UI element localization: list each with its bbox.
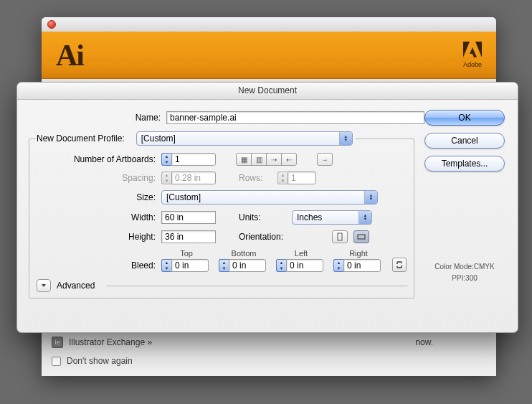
chevron-updown-icon: ▲▼	[339, 132, 352, 145]
height-input[interactable]	[161, 230, 216, 243]
orientation-label: Orientation:	[239, 232, 298, 242]
size-select[interactable]: [Custom] ▲▼	[161, 190, 378, 205]
arrange-direction-button[interactable]: →	[317, 153, 333, 166]
dialog-title: New Document	[17, 83, 518, 100]
row-ltr-icon[interactable]: ⇢	[266, 153, 282, 166]
bleed-right-stepper[interactable]: ▲▼	[333, 259, 384, 272]
bleed-top-stepper[interactable]: ▲▼	[161, 259, 212, 272]
row-rtl-icon[interactable]: ⇠	[281, 153, 297, 166]
welcome-footer: Ie Illustrator Exchange » now. Don't sho…	[42, 329, 496, 376]
app-logo: Ai	[56, 38, 83, 72]
chevron-updown-icon: ▲▼	[358, 211, 371, 224]
name-input[interactable]	[166, 111, 424, 124]
units-select[interactable]: Inches ▲▼	[292, 210, 372, 225]
svg-rect-1	[358, 235, 365, 239]
now-text: now.	[415, 337, 433, 347]
adobe-logo: Adobe	[463, 42, 482, 69]
titlebar	[42, 17, 496, 32]
bleed-bottom-stepper[interactable]: ▲▼	[219, 259, 269, 272]
divider	[106, 286, 407, 286]
orientation-portrait-button[interactable]	[332, 230, 348, 243]
bleed-left-header: Left	[276, 249, 326, 258]
artboards-label: Number of Artboards:	[37, 154, 157, 164]
advanced-disclosure[interactable]	[37, 279, 51, 292]
close-window-button[interactable]	[47, 20, 56, 29]
chevron-updown-icon: ▲▼	[364, 191, 377, 204]
templates-button[interactable]: Templates...	[424, 156, 505, 172]
orientation-landscape-button[interactable]	[353, 230, 369, 243]
app-banner: Ai Adobe	[42, 32, 496, 79]
exchange-icon: Ie	[52, 337, 63, 348]
bleed-left-stepper[interactable]: ▲▼	[276, 259, 326, 272]
units-label: Units:	[239, 212, 288, 222]
name-label: Name:	[30, 113, 162, 123]
cancel-button[interactable]: Cancel	[424, 133, 505, 149]
bleed-label: Bleed:	[37, 260, 157, 272]
new-document-dialog: New Document Name: New Document Profile:…	[16, 82, 518, 333]
profile-select[interactable]: [Custom] ▲▼	[136, 131, 353, 146]
spacing-stepper: ▲▼	[161, 172, 216, 184]
bleed-right-header: Right	[333, 249, 384, 258]
width-label: Width:	[37, 212, 157, 222]
link-bleed-button[interactable]	[392, 258, 407, 272]
bleed-top-header: Top	[161, 249, 212, 258]
artboard-layout-group[interactable]: ▦ ▥ ⇢ ⇠	[236, 153, 297, 166]
artboards-stepper[interactable]: ▲▼	[161, 153, 216, 166]
ok-button[interactable]: OK	[424, 110, 505, 126]
grid-by-col-icon[interactable]: ▥	[251, 153, 267, 166]
width-input[interactable]	[161, 211, 216, 224]
size-label: Size:	[37, 192, 157, 202]
grid-by-row-icon[interactable]: ▦	[236, 153, 252, 166]
dont-show-label: Don't show again	[67, 356, 133, 366]
illustrator-exchange-link[interactable]: Illustrator Exchange »	[69, 337, 152, 347]
rows-label: Rows:	[239, 173, 273, 183]
height-label: Height:	[37, 232, 157, 242]
bleed-bottom-header: Bottom	[219, 249, 269, 258]
spacing-label: Spacing:	[37, 173, 157, 183]
profile-fieldset: New Document Profile: [Custom] ▲▼ Number…	[29, 131, 414, 299]
document-meta: Color Mode:CMYK PPI:300	[424, 261, 505, 284]
profile-label: New Document Profile:	[37, 133, 125, 144]
svg-rect-0	[338, 233, 342, 240]
rows-stepper: ▲▼	[277, 172, 316, 184]
advanced-label: Advanced	[57, 281, 95, 291]
dont-show-checkbox[interactable]	[52, 357, 61, 366]
